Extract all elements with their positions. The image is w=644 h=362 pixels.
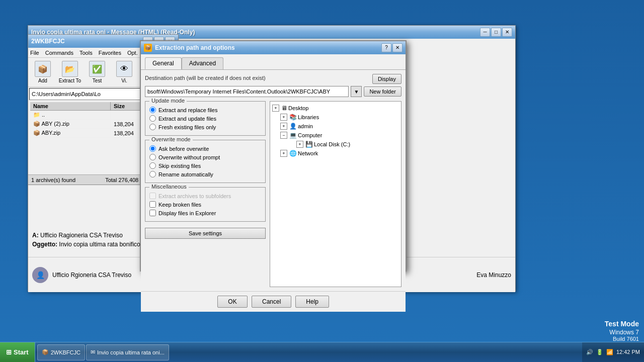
folder-tree-panel: + 🖥 Desktop + 📚 Libraries + bbox=[270, 101, 401, 287]
email-close-button[interactable]: ✕ bbox=[502, 28, 512, 37]
checkbox-display-explorer[interactable] bbox=[149, 210, 156, 216]
taskbar-item-winrar[interactable]: 📦 2WKBFCJC bbox=[37, 344, 85, 360]
tree-label-network: Network bbox=[298, 150, 318, 156]
taskbar-item-email[interactable]: ✉ Invio copia ultima rata oni... bbox=[86, 344, 169, 360]
file-name-aby2: 📦 ABY (2).zip bbox=[30, 120, 111, 128]
dialog-close-button[interactable]: ✕ bbox=[392, 43, 403, 52]
radio-rename-auto[interactable] bbox=[149, 171, 156, 177]
dialog-titlebar: 📦 Extraction path and options ? ✕ bbox=[141, 41, 406, 54]
tab-general[interactable]: General bbox=[145, 57, 182, 69]
tray-icon-2: 🔋 bbox=[596, 349, 603, 355]
email-recipient-name: Eva Minuzzo bbox=[476, 272, 511, 279]
extract-icon: 📂 bbox=[62, 61, 78, 77]
tree-item-network[interactable]: + 🌐 Network bbox=[280, 149, 399, 158]
tree-item-local-disk[interactable]: + 💾 Local Disk (C:) bbox=[296, 140, 399, 149]
tree-children-computer: + 💾 Local Disk (C:) bbox=[296, 140, 399, 149]
checkbox-subfolders[interactable] bbox=[149, 193, 156, 199]
new-folder-button[interactable]: New folder bbox=[364, 86, 401, 97]
overwrite-mode-legend: Overwrite mode bbox=[149, 136, 193, 142]
overwrite-ask[interactable]: Ask before overwrite bbox=[149, 145, 261, 152]
winrar-menu-file[interactable]: File bbox=[30, 50, 39, 56]
file-name-parent: 📁 .. bbox=[30, 111, 111, 119]
expand-local-disk[interactable]: + bbox=[296, 141, 303, 148]
overwrite-without-prompt[interactable]: Overwrite without prompt bbox=[149, 154, 261, 160]
dialog-window-controls: ? ✕ bbox=[381, 43, 403, 52]
tree-label-computer: Computer bbox=[298, 132, 322, 138]
winrar-extract-button[interactable]: 📂 Extract To bbox=[57, 60, 83, 84]
taskbar-tray: 🔊 🔋 📶 12:42 PM bbox=[582, 342, 644, 362]
email-sender-name: Ufficio Rgioneria CSA Treviso bbox=[52, 272, 131, 279]
local-disk-tree-icon: 💾 bbox=[305, 141, 313, 148]
cancel-button[interactable]: Cancel bbox=[252, 296, 291, 308]
email-sender-info: 👤 Ufficio Rgioneria CSA Treviso bbox=[32, 267, 131, 283]
overwrite-skip[interactable]: Skip existing files bbox=[149, 162, 261, 169]
tab-advanced[interactable]: Advanced bbox=[182, 57, 223, 69]
misc-display-explorer[interactable]: Display files in Explorer bbox=[149, 210, 261, 216]
update-mode-fresh-only[interactable]: Fresh existing files only bbox=[149, 124, 261, 130]
email-from-value: Ufficio Ragioneria CSA Treviso bbox=[40, 232, 123, 239]
dest-path-input[interactable] bbox=[145, 86, 349, 97]
path-dropdown-button[interactable]: ▼ bbox=[351, 86, 362, 97]
tree-item-libraries[interactable]: + 📚 Libraries bbox=[280, 113, 399, 122]
radio-overwrite-no-prompt[interactable] bbox=[149, 154, 156, 160]
email-minimize-button[interactable]: ─ bbox=[480, 28, 490, 37]
build-label: Build 7601 bbox=[613, 336, 639, 342]
time-display[interactable]: 12:42 PM bbox=[616, 348, 640, 356]
dialog-help-button[interactable]: ? bbox=[381, 43, 391, 52]
path-row: ▼ New folder bbox=[145, 86, 401, 97]
expand-admin[interactable]: + bbox=[280, 123, 287, 130]
test-icon: ✅ bbox=[89, 61, 105, 77]
expand-network[interactable]: + bbox=[280, 150, 287, 157]
winrar-menu-tools[interactable]: Tools bbox=[79, 50, 93, 56]
overwrite-rename[interactable]: Rename automatically bbox=[149, 171, 261, 177]
tree-item-computer[interactable]: − 💻 Computer bbox=[280, 131, 399, 140]
ok-button[interactable]: OK bbox=[217, 296, 248, 308]
checkbox-broken-files[interactable] bbox=[149, 201, 156, 208]
start-icon: ⊞ bbox=[6, 348, 12, 356]
dest-path-header: Destination path (will be created if doe… bbox=[145, 74, 401, 84]
email-subject-value: Invio copia ultima rata bonifico bbox=[59, 241, 140, 248]
winrar-view-button[interactable]: 👁 Vi. bbox=[112, 60, 137, 84]
help-button[interactable]: Help bbox=[295, 296, 329, 308]
network-tree-icon: 🌐 bbox=[289, 150, 297, 157]
winrar-menu-commands[interactable]: Commands bbox=[45, 50, 73, 56]
misc-legend: Miscellaneous bbox=[149, 184, 189, 190]
dialog-tabs: General Advanced bbox=[141, 54, 406, 69]
file-name-aby: 📦 ABY.zip bbox=[30, 129, 111, 137]
email-recipient-info: Eva Minuzzo bbox=[476, 272, 511, 279]
update-mode-extract-replace[interactable]: Extract and replace files bbox=[149, 107, 261, 113]
email-subject-label: Oggetto: bbox=[32, 241, 57, 248]
misc-subfolders[interactable]: Extract archives to subfolders bbox=[149, 193, 261, 199]
tree-item-desktop[interactable]: + 🖥 Desktop bbox=[272, 104, 399, 113]
email-restore-button[interactable]: □ bbox=[491, 28, 501, 37]
status-archives-found: 1 archive(s) found bbox=[31, 177, 75, 183]
radio-skip-existing[interactable] bbox=[149, 162, 156, 169]
expand-computer[interactable]: − bbox=[280, 132, 287, 139]
expand-desktop[interactable]: + bbox=[272, 105, 279, 112]
winrar-menu-options[interactable]: Opt. bbox=[127, 50, 138, 56]
computer-tree-icon: 💻 bbox=[289, 132, 297, 139]
misc-broken-files[interactable]: Keep broken files bbox=[149, 201, 261, 208]
left-panel: Update mode Extract and replace files Ex… bbox=[145, 101, 266, 287]
expand-libraries[interactable]: + bbox=[280, 114, 287, 121]
misc-options: Extract archives to subfolders Keep brok… bbox=[149, 193, 261, 216]
display-button[interactable]: Display bbox=[372, 74, 401, 84]
dest-path-label: Destination path (will be created if doe… bbox=[145, 75, 266, 81]
radio-extract-replace[interactable] bbox=[149, 107, 156, 113]
winrar-test-button[interactable]: ✅ Test bbox=[85, 60, 110, 84]
overwrite-mode-group: Overwrite mode Ask before overwrite Over… bbox=[145, 140, 266, 183]
tree-label-admin: admin bbox=[298, 123, 313, 129]
save-settings-button[interactable]: Save settings bbox=[145, 228, 266, 239]
tray-icon-3: 📶 bbox=[606, 349, 613, 355]
radio-ask-before[interactable] bbox=[149, 145, 156, 152]
radio-extract-update[interactable] bbox=[149, 115, 156, 122]
admin-tree-icon: 👤 bbox=[289, 123, 297, 130]
tree-children-desktop: + 📚 Libraries + 👤 admin − bbox=[280, 113, 399, 158]
radio-fresh-only[interactable] bbox=[149, 124, 156, 130]
tree-item-admin[interactable]: + 👤 admin bbox=[280, 122, 399, 131]
winrar-menu-favorites[interactable]: Favorites bbox=[99, 50, 121, 56]
update-mode-legend: Update mode bbox=[149, 98, 187, 104]
update-mode-extract-update[interactable]: Extract and update files bbox=[149, 115, 261, 122]
winrar-add-button[interactable]: 📦 Add bbox=[30, 60, 55, 84]
start-button[interactable]: ⊞ Start bbox=[0, 342, 35, 363]
